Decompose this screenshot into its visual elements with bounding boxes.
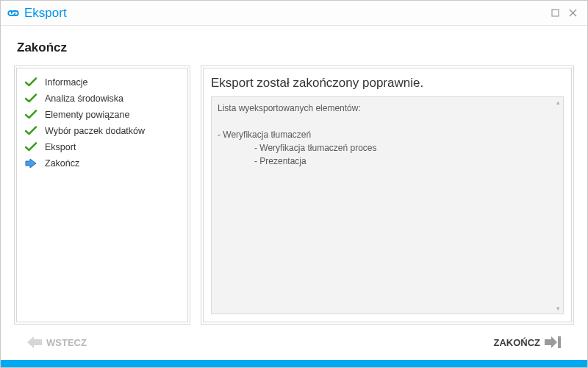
link-chain-icon [7,7,20,20]
arrow-left-icon [27,336,42,348]
svg-rect-3 [558,336,561,348]
wizard-step-label: Analiza środowiska [45,93,123,104]
wizard-step: Analiza środowiska [24,91,180,107]
back-button[interactable]: WSTECZ [27,336,87,348]
wizard-step-label: Elementy powiązane [45,110,129,120]
wizard-step-current: Zakończ [24,155,180,171]
check-icon [24,124,37,138]
check-icon [24,108,37,121]
wizard-step: Wybór paczek dodatków [24,123,180,139]
content-area: Zakończ Informacje [1,26,587,360]
wizard-step: Informacje [24,74,180,91]
wizard-step-label: Informacje [45,77,87,88]
export-log: Lista wyeksportowanych elementów: - Wery… [211,96,564,314]
main-panel: Eksport został zakończony poprawnie. Lis… [201,66,574,325]
wizard-step: Elementy powiązane [24,107,180,123]
close-button[interactable] [564,4,581,22]
wizard-step-label: Zakończ [45,158,79,169]
arrow-right-icon [24,157,37,170]
arrow-end-icon [545,336,561,348]
wizard-step-label: Eksport [45,142,76,152]
footer: WSTECZ ZAKOŃCZ [14,325,574,360]
window-title: Eksport [24,6,67,21]
export-log-text: Lista wyeksportowanych elementów: - Wery… [212,97,553,314]
progress-bar [1,360,587,367]
check-icon [24,92,37,105]
window: Eksport Zakończ [0,0,588,368]
panels: Informacje Analiza środowiska [14,66,574,325]
check-icon [24,141,37,154]
wizard-step-label: Wybór paczek dodatków [45,126,145,136]
titlebar: Eksport [1,1,587,26]
back-button-label: WSTECZ [46,337,87,348]
maximize-button[interactable] [546,4,564,22]
svg-rect-0 [552,10,559,16]
check-icon [24,76,37,89]
main-heading: Eksport został zakończony poprawnie. [211,76,564,91]
scrollbar[interactable]: ▴ ▾ [553,97,563,314]
wizard-step: Eksport [24,139,180,155]
scroll-up-icon[interactable]: ▴ [553,97,563,107]
finish-button-label: ZAKOŃCZ [493,337,540,348]
wizard-steps-panel: Informacje Analiza środowiska [14,66,190,325]
wizard-steps-list: Informacje Analiza środowiska [17,68,187,177]
page-title: Zakończ [17,40,571,55]
scroll-down-icon[interactable]: ▾ [553,303,563,314]
finish-button[interactable]: ZAKOŃCZ [493,336,561,348]
